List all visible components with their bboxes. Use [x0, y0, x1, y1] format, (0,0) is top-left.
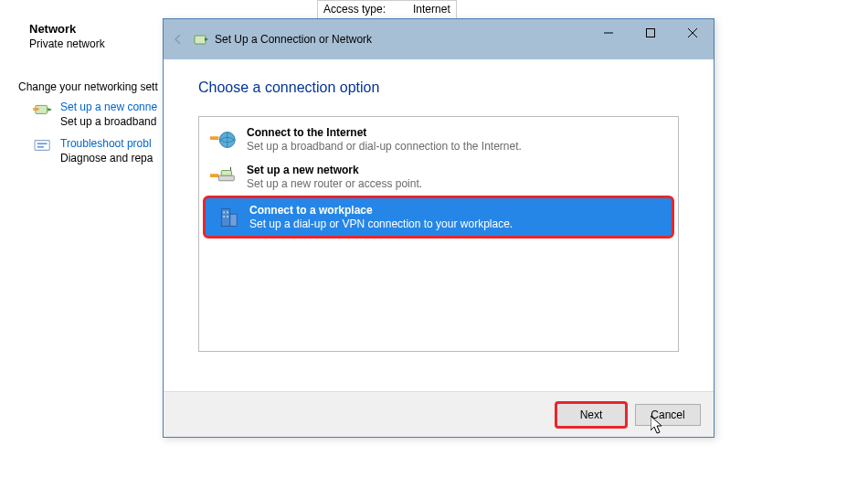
troubleshoot-icon — [33, 137, 53, 154]
svg-rect-9 — [647, 29, 655, 37]
svg-marker-7 — [205, 37, 208, 41]
svg-rect-12 — [210, 136, 218, 140]
setup-connection-desc: Set up a broadband — [60, 115, 157, 128]
svg-rect-6 — [195, 36, 206, 44]
svg-rect-15 — [218, 175, 234, 181]
svg-rect-20 — [223, 211, 225, 213]
svg-rect-5 — [37, 146, 44, 148]
close-button[interactable] — [672, 19, 714, 47]
troubleshoot-link[interactable]: Troubleshoot probl — [60, 137, 153, 150]
cancel-button[interactable]: Cancel — [635, 404, 701, 426]
next-button[interactable]: Next — [555, 401, 628, 429]
svg-rect-18 — [221, 208, 229, 226]
option-desc: Set up a broadband or dial-up connection… — [247, 140, 667, 153]
access-type-value: Internet — [413, 3, 450, 16]
option-title: Set up a new network — [247, 164, 667, 176]
setup-connection-link[interactable]: Set up a new conne — [60, 101, 157, 113]
option-new-network[interactable]: Set up a new network Set up a new router… — [203, 158, 674, 196]
router-icon — [210, 164, 238, 190]
svg-rect-19 — [230, 214, 238, 226]
back-button[interactable] — [171, 32, 185, 47]
wizard-icon — [193, 31, 209, 48]
troubleshoot-task[interactable]: Troubleshoot probl Diagnose and repa — [33, 137, 158, 164]
dialog-footer: Next Cancel — [164, 391, 714, 437]
minimize-button[interactable] — [587, 19, 630, 47]
svg-rect-22 — [223, 216, 225, 217]
connection-wizard-dialog: Set Up a Connection or Network Choose a … — [163, 18, 715, 438]
troubleshoot-desc: Diagnose and repa — [60, 152, 153, 164]
dialog-titlebar[interactable]: Set Up a Connection or Network — [164, 19, 714, 59]
option-title: Connect to a workplace — [249, 204, 664, 217]
option-connect-internet[interactable]: Connect to the Internet Set up a broadba… — [203, 121, 674, 158]
access-type-label: Access type: — [323, 3, 386, 16]
network-name: Network — [29, 22, 105, 36]
building-icon — [213, 205, 240, 230]
maximize-button[interactable] — [630, 19, 672, 47]
option-title: Connect to the Internet — [247, 126, 667, 139]
svg-rect-4 — [37, 143, 48, 144]
svg-rect-16 — [221, 170, 231, 175]
setup-connection-icon — [33, 101, 53, 117]
change-settings-heading: Change your networking sett — [18, 80, 158, 93]
dialog-title: Set Up a Connection or Network — [215, 33, 372, 46]
active-network-block: Network Private network — [29, 22, 105, 50]
option-workplace[interactable]: Connect to a workplace Set up a dial-up … — [203, 196, 674, 239]
svg-rect-1 — [33, 108, 38, 111]
svg-marker-2 — [48, 108, 52, 111]
svg-rect-14 — [210, 174, 218, 177]
dialog-heading: Choose a connection option — [198, 80, 679, 96]
change-settings-section: Change your networking sett Set up a new… — [18, 80, 158, 174]
network-type: Private network — [29, 37, 105, 50]
option-desc: Set up a dial-up or VPN connection to yo… — [249, 217, 664, 230]
connection-options-list: Connect to the Internet Set up a broadba… — [198, 116, 679, 352]
option-desc: Set up a new router or access point. — [247, 177, 667, 190]
svg-rect-3 — [35, 141, 49, 151]
setup-connection-task[interactable]: Set up a new conne Set up a broadband — [33, 101, 158, 128]
svg-rect-21 — [227, 211, 228, 213]
globe-icon — [210, 127, 238, 153]
svg-rect-23 — [227, 216, 228, 217]
